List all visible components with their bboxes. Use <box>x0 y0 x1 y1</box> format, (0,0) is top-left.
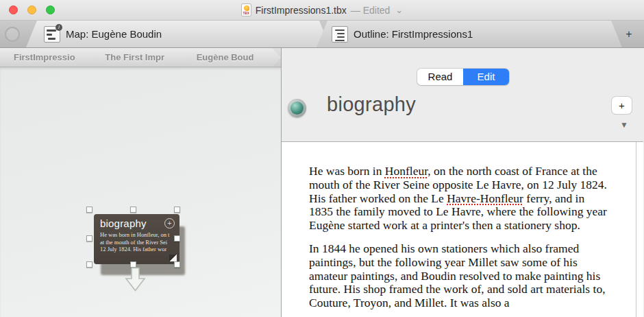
traffic-lights <box>9 5 55 14</box>
breadcrumb-item-parent[interactable]: The First Impr <box>88 48 189 67</box>
map-pane: FirstImpressio The First Impr Eugène Bou… <box>0 48 282 317</box>
selection-handle-se[interactable] <box>174 261 180 268</box>
document-filename: FirstImpressions1.tbx <box>256 5 347 16</box>
add-attribute-button[interactable]: + <box>612 97 632 114</box>
selection-handle-w[interactable] <box>86 235 92 242</box>
add-tab-button[interactable]: + <box>620 26 638 43</box>
tab-outline-label: Outline: FirstImpressions1 <box>354 28 473 40</box>
breadcrumb-item-current[interactable]: Eugène Boud <box>180 48 281 67</box>
collapse-triangle-icon[interactable]: ▼ <box>620 120 628 130</box>
tab-map-label: Map: Eugène Boudin <box>66 28 162 40</box>
link-drag-arrow-icon[interactable] <box>125 267 146 292</box>
note-title-heading[interactable]: biography <box>327 93 416 116</box>
note-status-sphere-icon[interactable] <box>288 99 306 117</box>
paragraph-1: He was born in Honfleur, on the north co… <box>309 165 608 233</box>
map-note-preview: He was born in Honfleur, on t at the mou… <box>94 230 179 253</box>
split-view: FirstImpressio The First Impr Eugène Bou… <box>0 48 644 317</box>
window-title: TBX FirstImpressions1.tbx — Edited ⌄ <box>241 3 404 16</box>
tab-overview-circle-button[interactable] <box>5 27 20 42</box>
note-body-text: He was born in Honfleur, on the north co… <box>309 165 608 310</box>
text-pane: Read Edit biography + ▼ He was born in H… <box>282 48 643 317</box>
text-pane-header: Read Edit biography + ▼ <box>282 48 643 142</box>
note-body-editor[interactable]: He was born in Honfleur, on the north co… <box>282 142 643 317</box>
selection-handle-nw[interactable] <box>86 207 92 213</box>
title-chevron-down-icon[interactable]: ⌄ <box>395 5 403 15</box>
read-edit-segmented-control: Read Edit <box>417 69 509 85</box>
breadcrumb-item-root[interactable]: FirstImpressio <box>0 48 98 67</box>
zoom-button[interactable] <box>46 5 55 14</box>
map-canvas[interactable]: biography + He was born in Honfleur, on … <box>0 67 282 317</box>
titlebar: TBX FirstImpressions1.tbx — Edited ⌄ <box>0 0 644 21</box>
more-text-corner-icon <box>169 255 177 261</box>
selection-handle-ne[interactable] <box>174 207 180 213</box>
misspelled-word: Havre-Honfleur <box>447 191 523 205</box>
document-icon: TBX <box>241 3 251 16</box>
minimize-button[interactable] <box>27 5 36 14</box>
note-link-plus-icon[interactable]: + <box>164 218 175 228</box>
selection-handle-n[interactable] <box>130 207 136 213</box>
tab-bar: i Map: Eugène Boudin Outline: FirstImpre… <box>0 21 644 48</box>
map-note-biography[interactable]: biography + He was born in Honfleur, on … <box>94 214 179 264</box>
app-window: TBX FirstImpressions1.tbx — Edited ⌄ i M… <box>0 0 644 317</box>
close-button[interactable] <box>9 5 18 14</box>
scrollbar-track[interactable] <box>636 142 636 317</box>
outline-view-icon <box>332 26 348 43</box>
selection-handle-e[interactable] <box>174 235 180 242</box>
document-edited-status: — Edited <box>351 5 391 16</box>
info-badge-icon: i <box>55 24 62 31</box>
tab-outline[interactable]: Outline: FirstImpressions1 <box>317 21 622 47</box>
map-note-title: biography <box>100 218 147 229</box>
map-view-icon: i <box>44 26 60 43</box>
tinderbox-flame-icon <box>244 5 249 11</box>
edit-button[interactable]: Edit <box>463 69 509 85</box>
tab-map[interactable]: i Map: Eugène Boudin <box>26 21 330 47</box>
paragraph-2: In 1844 he opened his own stationers whi… <box>309 242 608 310</box>
selection-handle-sw[interactable] <box>86 261 92 268</box>
read-button[interactable]: Read <box>417 69 463 85</box>
breadcrumb: FirstImpressio The First Impr Eugène Bou… <box>0 48 281 67</box>
misspelled-word: Honfleur <box>385 164 428 178</box>
